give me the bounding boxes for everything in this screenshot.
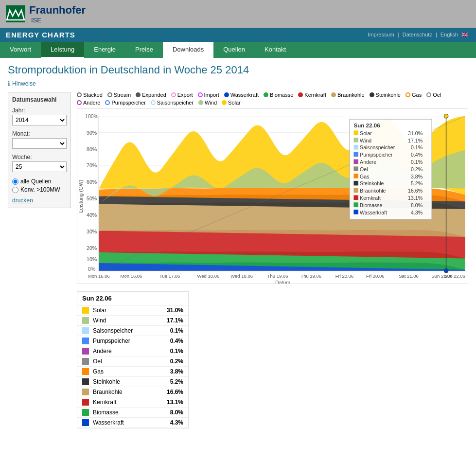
svg-text:70%: 70%: [87, 162, 97, 168]
flag-icon: 🇬🇧: [461, 32, 468, 37]
legend-solar[interactable]: Solar: [222, 100, 241, 106]
row-color-swatch: [82, 327, 89, 334]
nav-item-energie[interactable]: Energie: [84, 42, 125, 58]
braunkohle-icon: [331, 92, 336, 97]
legend-expanded[interactable]: Expanded: [136, 92, 166, 98]
drucken-link[interactable]: drucken: [12, 197, 67, 204]
year-label: Jahr:: [12, 107, 67, 114]
main-layout: Datumsauswahl Jahr: 2014 Monat: Woche: 2…: [8, 92, 468, 428]
row-label: Braunkohle: [93, 389, 158, 395]
radio-konv[interactable]: Konv. >100MW: [12, 186, 67, 193]
row-color-swatch: [82, 317, 89, 324]
table-row: Andere 0.1%: [77, 346, 188, 356]
row-label: Andere: [93, 348, 158, 355]
svg-rect-60: [353, 166, 358, 171]
table-row: Solar 31.0%: [77, 305, 188, 316]
source-radio-group: alle Quellen Konv. >100MW: [12, 178, 67, 193]
legend-pumpspeicher[interactable]: Pumpspeicher: [105, 100, 145, 106]
nav-item-vorwort[interactable]: Vorwort: [0, 42, 41, 58]
row-value: 0.1%: [161, 348, 183, 355]
svg-text:17.1%: 17.1%: [408, 138, 423, 143]
solar-icon: [222, 100, 227, 105]
svg-text:10%: 10%: [87, 256, 97, 262]
svg-text:Tue 17.06: Tue 17.06: [159, 273, 180, 279]
legend-braunkohle[interactable]: Braunkohle: [331, 92, 365, 98]
row-label: Wind: [93, 317, 158, 324]
legend-saisonspeicher[interactable]: Saisonspeicher: [151, 100, 194, 106]
fraunhofer-logo-icon: [6, 5, 25, 22]
row-color-swatch: [82, 358, 89, 365]
impressum-link[interactable]: Impressum: [368, 32, 394, 37]
legend-wind[interactable]: Wind: [198, 100, 217, 106]
pumpspeicher-label: Pumpspeicher: [111, 100, 145, 106]
svg-text:Sat 21.06: Sat 21.06: [399, 273, 419, 279]
svg-text:0.2%: 0.2%: [411, 166, 423, 172]
legend-steinkohle[interactable]: Steinkohle: [370, 92, 401, 98]
main-chart[interactable]: 100% 90% 80% 70% 60% 50% 40% 30% 20% 10%…: [77, 108, 468, 284]
datenschutz-link[interactable]: Datenschutz: [403, 32, 432, 37]
steinkohle-label: Steinkohle: [376, 92, 401, 98]
table-row: Kernkraft 13.1%: [77, 397, 188, 408]
legend-andere[interactable]: Andere: [77, 100, 100, 106]
wind-icon: [198, 100, 203, 105]
hinweise-link[interactable]: ℹ Hinweise: [8, 80, 468, 87]
row-value: 8.0%: [161, 409, 183, 416]
chart-area: Stacked Stream Expanded Export Import: [77, 92, 468, 428]
legend-kernkraft[interactable]: Kernkraft: [298, 92, 326, 98]
legend-oel[interactable]: Oel: [426, 92, 441, 98]
svg-text:Kernkraft: Kernkraft: [360, 195, 381, 201]
nav-item-downloads[interactable]: Downloads: [163, 42, 213, 58]
svg-text:Mon 16.06: Mon 16.06: [88, 273, 110, 279]
gas-label: Gas: [412, 92, 422, 98]
row-color-swatch: [82, 409, 89, 416]
svg-text:Sun 22.06: Sun 22.06: [353, 122, 380, 128]
svg-text:20%: 20%: [87, 245, 97, 251]
legend-wasserkraft[interactable]: Wasserkraft: [224, 92, 259, 98]
row-color-swatch: [82, 389, 89, 395]
stacked-icon: [77, 92, 82, 97]
legend-export[interactable]: Export: [171, 92, 193, 98]
page-title: Stromproduktion in Deutschland in Woche …: [8, 64, 468, 76]
export-icon: [171, 92, 176, 97]
radio-all-input[interactable]: [12, 178, 18, 185]
row-label: Saisonspeicher: [93, 327, 158, 334]
stacked-label: Stacked: [83, 92, 103, 98]
top-bar: ENERGY CHARTS Impressum | Datenschutz | …: [0, 28, 476, 42]
wind-label: Wind: [205, 100, 217, 106]
steinkohle-icon: [370, 92, 374, 97]
month-select[interactable]: [12, 138, 67, 149]
svg-text:5.2%: 5.2%: [411, 180, 423, 186]
stream-icon: [107, 92, 112, 97]
nav-item-leistung[interactable]: Leistung: [41, 42, 84, 58]
row-color-swatch: [82, 399, 89, 406]
radio-all-sources[interactable]: alle Quellen: [12, 178, 67, 185]
year-select[interactable]: 2014: [12, 115, 67, 125]
wasserkraft-icon: [224, 92, 229, 97]
legend-import[interactable]: Import: [198, 92, 219, 98]
svg-text:Biomasse: Biomasse: [360, 202, 382, 208]
legend-biomasse[interactable]: Biomasse: [264, 92, 293, 98]
svg-text:Wed 18.06: Wed 18.06: [197, 273, 220, 279]
legend-stacked[interactable]: Stacked: [77, 92, 103, 98]
legend-stream[interactable]: Stream: [107, 92, 131, 98]
svg-text:Steinkohle: Steinkohle: [360, 180, 384, 186]
andere-label: Andere: [83, 100, 100, 106]
nav-item-preise[interactable]: Preise: [125, 42, 163, 58]
navigation: Vorwort Leistung Energie Preise Download…: [0, 42, 476, 58]
table-row: Pumpspeicher 0.4%: [77, 336, 188, 346]
nav-item-kontakt[interactable]: Kontakt: [255, 42, 296, 58]
legend-gas[interactable]: Gas: [405, 92, 422, 98]
english-link[interactable]: English: [441, 32, 458, 37]
nav-item-quellen[interactable]: Quellen: [213, 42, 255, 58]
week-select[interactable]: 25: [12, 161, 67, 172]
svg-text:Fri 20.06: Fri 20.06: [335, 273, 353, 279]
sidebar-title: Datumsauswahl: [12, 96, 67, 103]
sidebar: Datumsauswahl Jahr: 2014 Monat: Woche: 2…: [8, 92, 71, 428]
kernkraft-label: Kernkraft: [304, 92, 326, 98]
svg-text:13.1%: 13.1%: [408, 195, 423, 201]
row-label: Kernkraft: [93, 399, 158, 406]
row-color-swatch: [82, 378, 89, 385]
svg-text:50%: 50%: [87, 195, 97, 201]
oel-label: Oel: [433, 92, 441, 98]
radio-konv-input[interactable]: [12, 187, 18, 193]
